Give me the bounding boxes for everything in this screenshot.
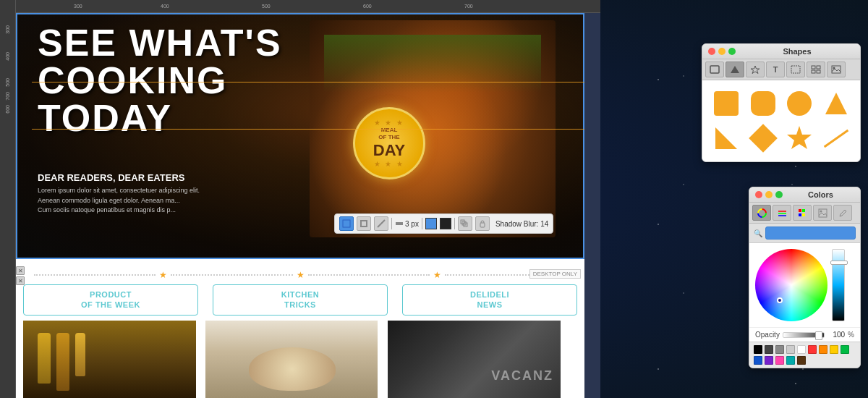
svg-rect-17 xyxy=(832,66,841,73)
fill-color-swatch[interactable] xyxy=(440,218,451,229)
star-tool[interactable] xyxy=(746,62,765,77)
shapes-panel-title: Shapes xyxy=(740,47,854,56)
ruler-left: 300 400 500 600 700 xyxy=(0,0,16,398)
shadow-blur-label: Shadow Blur: 14 xyxy=(495,220,548,228)
color-image-mode[interactable] xyxy=(813,205,832,221)
svg-marker-21 xyxy=(787,126,812,149)
colors-panel[interactable]: Colors xyxy=(749,187,861,368)
shapes-panel[interactable]: Shapes T xyxy=(702,43,861,162)
swatch-teal[interactable] xyxy=(786,356,795,365)
toolbar-px-input-group: 3 px xyxy=(395,219,419,228)
swatch-orange[interactable] xyxy=(819,345,827,354)
opacity-bar[interactable] xyxy=(783,332,825,338)
traffic-lights xyxy=(708,48,736,55)
shape-star-item[interactable] xyxy=(784,124,815,153)
swatch-red[interactable] xyxy=(808,345,817,354)
swatch-green[interactable] xyxy=(841,345,849,354)
color-swatches-mode[interactable] xyxy=(793,205,812,221)
color-pencil-mode[interactable] xyxy=(833,205,852,221)
document: SEE WHAT'S COOKING TODAY ★ ★ ★ MEAL OF T… xyxy=(16,13,584,398)
swatch-gray[interactable] xyxy=(775,345,784,354)
shapes-tools-bar: T xyxy=(702,59,860,80)
shape-rounded-item[interactable] xyxy=(748,89,779,118)
toolbar-fill-btn[interactable] xyxy=(339,216,354,231)
formatting-toolbar[interactable]: 3 px Shadow Blur: 14 xyxy=(334,213,553,234)
shape-line-item[interactable] xyxy=(821,124,852,153)
collapse-btn-1[interactable]: ✕ xyxy=(16,266,25,275)
badge-day: DAY xyxy=(373,141,405,160)
select-tool[interactable] xyxy=(786,62,805,77)
shape-triangle-right-item[interactable] xyxy=(711,124,742,153)
svg-rect-29 xyxy=(802,213,805,216)
border-weight-icon xyxy=(395,219,404,228)
grid-tool[interactable] xyxy=(807,62,825,77)
ruler-mark-700: 700 xyxy=(464,4,473,9)
toolbar-stroke-btn[interactable] xyxy=(357,216,371,231)
meal-badge: ★ ★ ★ MEAL OF THE DAY ★ ★ ★ xyxy=(353,107,425,179)
badge-line1: MEAL xyxy=(381,127,398,134)
colors-minimize-btn[interactable] xyxy=(765,191,773,198)
canvas-area: 300 400 500 600 700 300 400 500 600 700 … xyxy=(0,0,600,398)
colors-titlebar: Colors xyxy=(749,187,860,203)
swatch-white[interactable] xyxy=(797,345,806,354)
color-slider-mode[interactable] xyxy=(773,205,791,221)
category-image-2 xyxy=(205,321,378,398)
svg-rect-14 xyxy=(817,66,820,69)
shape-square xyxy=(714,91,739,116)
triangle-tool[interactable] xyxy=(726,62,744,77)
colors-close-btn[interactable] xyxy=(755,191,762,198)
color-swatches xyxy=(749,342,860,368)
svg-rect-26 xyxy=(799,209,801,212)
bottom-section: ★ ★ ★ DESKTOP ONLY PRODUCTOF THE WEEK KI… xyxy=(16,266,584,398)
close-window-btn[interactable] xyxy=(708,48,715,55)
dots-2 xyxy=(171,274,292,276)
dots-row: ★ ★ ★ DESKTOP ONLY xyxy=(16,268,584,282)
color-wheel[interactable] xyxy=(755,249,827,321)
badge-stars-bottom: ★ ★ ★ xyxy=(374,160,405,168)
search-icon: 🔍 xyxy=(754,229,762,237)
color-wheel-mode[interactable] xyxy=(752,205,771,221)
shape-circle-item[interactable] xyxy=(784,89,815,118)
opacity-row: Opacity 100 % xyxy=(749,327,860,342)
stroke-color-swatch[interactable] xyxy=(425,218,437,229)
color-search-input[interactable] xyxy=(765,226,856,240)
category-product-of-week: PRODUCTOF THE WEEK xyxy=(23,284,198,316)
badge-line2: OF THE xyxy=(378,134,399,141)
shape-diamond-item[interactable] xyxy=(748,124,779,153)
toolbar-arrange-btn[interactable] xyxy=(458,216,472,231)
svg-rect-15 xyxy=(812,70,815,73)
shape-diamond xyxy=(749,124,778,153)
shape-rounded-rect xyxy=(751,91,775,116)
toolbar-lock-btn[interactable] xyxy=(475,216,490,231)
swatch-black[interactable] xyxy=(754,345,762,354)
swatch-pink[interactable] xyxy=(775,356,784,365)
dots-1 xyxy=(34,274,156,276)
rect-tool[interactable] xyxy=(705,62,724,77)
colors-search-bar: 🔍 xyxy=(749,224,860,243)
swatch-brown[interactable] xyxy=(797,356,806,365)
hero-line2: COOKING xyxy=(38,59,227,101)
image-tool[interactable] xyxy=(827,62,846,77)
svg-rect-13 xyxy=(812,66,815,69)
swatch-lightgray[interactable] xyxy=(786,345,795,354)
shape-star-svg xyxy=(786,124,813,152)
swatch-darkgray[interactable] xyxy=(765,345,773,354)
collapse-btn-2[interactable]: ✕ xyxy=(16,276,25,285)
colors-maximize-btn[interactable] xyxy=(775,191,783,198)
colors-panel-title: Colors xyxy=(787,190,854,199)
svg-rect-4 xyxy=(396,222,403,225)
minimize-window-btn[interactable] xyxy=(718,48,726,55)
hero-text: SEE WHAT'S COOKING TODAY xyxy=(38,24,282,137)
maximize-window-btn[interactable] xyxy=(728,48,736,55)
shape-triangle-item[interactable] xyxy=(821,89,852,118)
color-brightness-slider[interactable] xyxy=(832,249,845,321)
text-tool[interactable]: T xyxy=(766,62,785,77)
collapse-buttons: ✕ ✕ xyxy=(16,266,25,285)
swatch-yellow[interactable] xyxy=(830,345,838,354)
toolbar-none-btn[interactable] xyxy=(374,216,388,231)
shape-square-item[interactable] xyxy=(711,89,742,118)
color-wheel-cursor xyxy=(777,297,783,303)
shapes-grid xyxy=(702,80,860,161)
swatch-purple[interactable] xyxy=(765,356,773,365)
swatch-blue[interactable] xyxy=(754,356,762,365)
